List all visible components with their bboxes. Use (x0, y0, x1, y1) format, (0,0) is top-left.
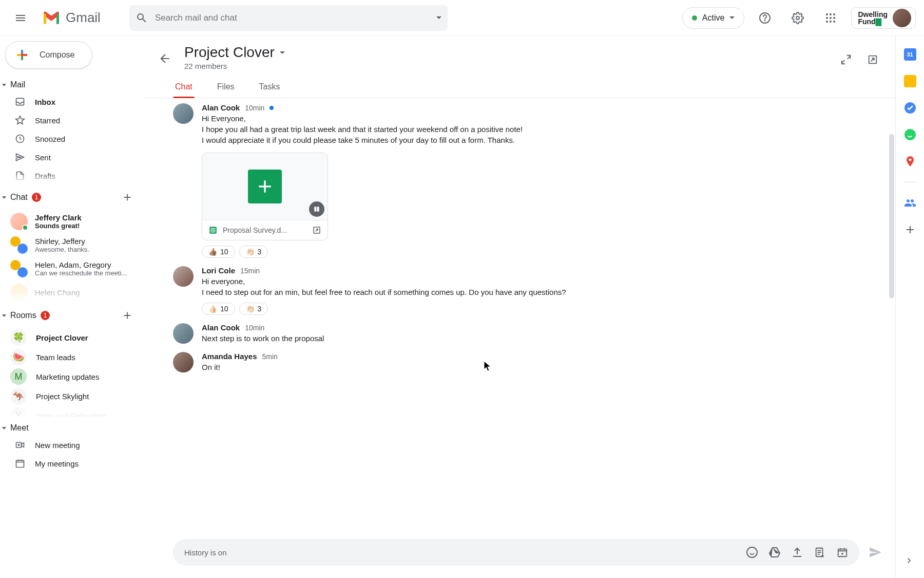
keep-app-icon[interactable] (904, 75, 916, 87)
svg-point-27 (909, 159, 911, 161)
room-menu-icon[interactable] (280, 51, 285, 54)
calendar-app-icon[interactable]: 31 (904, 48, 916, 61)
topbar: Gmail Active Dwelling Fund▇ (0, 0, 924, 36)
chat-list: Jeffery ClarkSounds great!Shirley, Jeffe… (0, 210, 143, 301)
add-chat-button[interactable] (118, 188, 137, 207)
chat-preview: Sounds great! (35, 222, 82, 230)
reaction-pill[interactable]: 👍🏽10 (202, 246, 235, 258)
clock-icon (14, 133, 26, 144)
scrollbar-thumb[interactable] (889, 134, 894, 299)
chat-conversation[interactable]: Helen, Adam, GregoryCan we reschedule th… (0, 257, 143, 281)
tasks-app-icon[interactable] (904, 102, 916, 114)
meet-calendar[interactable]: My meetings (0, 454, 143, 473)
workspace-label: Dwelling Fund▇ (858, 11, 888, 25)
open-external-icon[interactable] (312, 226, 321, 235)
message-author: Amanda Hayes (202, 352, 257, 361)
reaction-pill[interactable]: 👏🏻3 (239, 303, 268, 315)
inbox-icon (14, 96, 26, 107)
message-avatar (173, 103, 194, 124)
svg-point-2 (796, 16, 799, 20)
plus-icon (13, 46, 31, 64)
chat-badge: 1 (32, 193, 42, 202)
emoji-icon[interactable] (742, 543, 762, 562)
meet-video[interactable]: New meeting (0, 436, 143, 454)
section-mail-header[interactable]: Mail (0, 77, 143, 92)
status-dot-icon (692, 15, 697, 21)
room-members[interactable]: 22 members (184, 62, 285, 70)
calendar-icon (14, 458, 26, 469)
search-options-icon[interactable] (436, 16, 441, 19)
compose-button[interactable]: Compose (5, 41, 92, 69)
svg-point-4 (830, 13, 832, 15)
main-content: Project Clover 22 members ChatFilesTasks (143, 36, 895, 578)
sidebar: Compose Mail InboxStarredSnoozedSentDraf… (0, 36, 143, 578)
reaction-count: 3 (258, 248, 262, 256)
nav-inbox[interactable]: Inbox (0, 92, 143, 111)
message-avatar (173, 352, 194, 372)
add-app-icon[interactable] (904, 223, 916, 236)
back-button[interactable] (153, 47, 176, 70)
whatsapp-app-icon[interactable] (904, 128, 916, 141)
tab-tasks[interactable]: Tasks (257, 78, 282, 98)
nav-star[interactable]: Starred (0, 111, 143, 129)
room-item[interactable]: 🍉Team leads (0, 347, 143, 367)
svg-rect-15 (16, 460, 24, 467)
section-meet-header[interactable]: Meet (0, 420, 143, 436)
room-item[interactable]: MMarketing updates (0, 367, 143, 386)
room-item[interactable]: 🦘Project Skylight (0, 386, 143, 406)
chat-avatar (10, 260, 28, 277)
nav-send[interactable]: Sent (0, 148, 143, 166)
svg-point-22 (747, 547, 757, 557)
status-pill[interactable]: Active (682, 7, 745, 29)
nav-clock[interactable]: Snoozed (0, 129, 143, 148)
reaction-pill[interactable]: 👏🏻3 (239, 246, 268, 258)
gmail-logo[interactable]: Gmail (41, 8, 121, 28)
svg-point-10 (830, 21, 832, 23)
file-type-icon (309, 201, 324, 217)
calendar-add-icon[interactable] (833, 543, 852, 562)
reaction-pill[interactable]: 👍🏻10 (202, 303, 235, 315)
room-header: Project Clover 22 members (143, 36, 895, 72)
room-label: Project Skylight (36, 392, 89, 401)
reaction-count: 3 (258, 305, 262, 313)
sheets-icon (248, 170, 282, 203)
contacts-app-icon[interactable] (904, 197, 916, 209)
search-box[interactable] (129, 5, 448, 31)
compose-label: Compose (40, 50, 74, 60)
maps-app-icon[interactable] (904, 155, 916, 167)
rooms-list: 🍀Project Clover🍉Team leadsMMarketing upd… (0, 328, 143, 418)
tab-chat[interactable]: Chat (173, 78, 195, 98)
popout-icon[interactable] (860, 47, 885, 72)
reaction-emoji: 👍🏻 (208, 305, 217, 313)
message-composer[interactable]: History is on (173, 539, 859, 566)
message-list[interactable]: Alan Cook10minHi Everyone,I hope you all… (143, 98, 895, 531)
upload-icon[interactable] (787, 543, 807, 562)
nav-label: Sent (35, 153, 51, 162)
chat-conversation[interactable]: Shirley, JefferyAwesome, thanks. (0, 233, 143, 257)
chevron-down-icon (2, 196, 6, 199)
settings-icon[interactable] (785, 6, 810, 30)
menu-icon[interactable] (8, 6, 33, 30)
add-room-button[interactable] (118, 306, 137, 325)
doc-icon[interactable] (810, 543, 830, 562)
send-button[interactable] (865, 543, 885, 562)
attachment-card[interactable]: Proposal Survey.d... (202, 153, 328, 240)
search-input[interactable] (155, 13, 429, 23)
drive-icon[interactable] (765, 543, 784, 562)
section-rooms-title: Rooms (10, 311, 36, 320)
room-title: Project Clover (184, 44, 275, 61)
help-icon[interactable] (753, 6, 777, 30)
workspace-badge[interactable]: Dwelling Fund▇ (851, 7, 916, 29)
collapse-icon[interactable] (834, 47, 858, 72)
user-avatar[interactable] (893, 9, 911, 27)
room-item[interactable]: 🍀Project Clover (0, 328, 143, 347)
section-rooms-header[interactable]: Rooms 1 (0, 303, 143, 328)
apps-grid-icon[interactable] (818, 6, 843, 30)
svg-point-5 (833, 13, 835, 15)
tab-files[interactable]: Files (215, 78, 237, 98)
reaction-emoji: 👏🏻 (246, 305, 255, 313)
expand-panel-icon[interactable] (904, 555, 916, 568)
nav-label: Starred (35, 116, 60, 125)
section-chat-header[interactable]: Chat 1 (0, 185, 143, 210)
chat-conversation[interactable]: Jeffery ClarkSounds great! (0, 210, 143, 233)
